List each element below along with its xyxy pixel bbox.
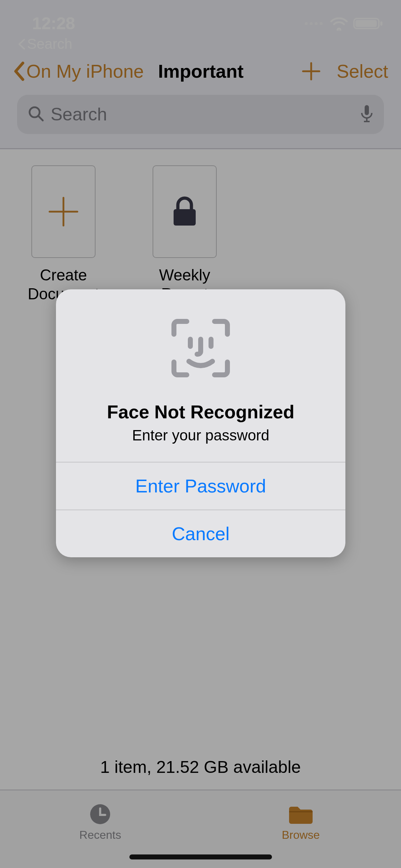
home-indicator[interactable] — [129, 854, 272, 859]
faceid-alert: Face Not Recognized Enter your password … — [56, 289, 345, 557]
enter-password-button[interactable]: Enter Password — [56, 462, 345, 510]
alert-title: Face Not Recognized — [107, 401, 294, 423]
cancel-button[interactable]: Cancel — [56, 510, 345, 557]
alert-message: Enter your password — [132, 427, 269, 444]
faceid-icon — [167, 314, 235, 383]
